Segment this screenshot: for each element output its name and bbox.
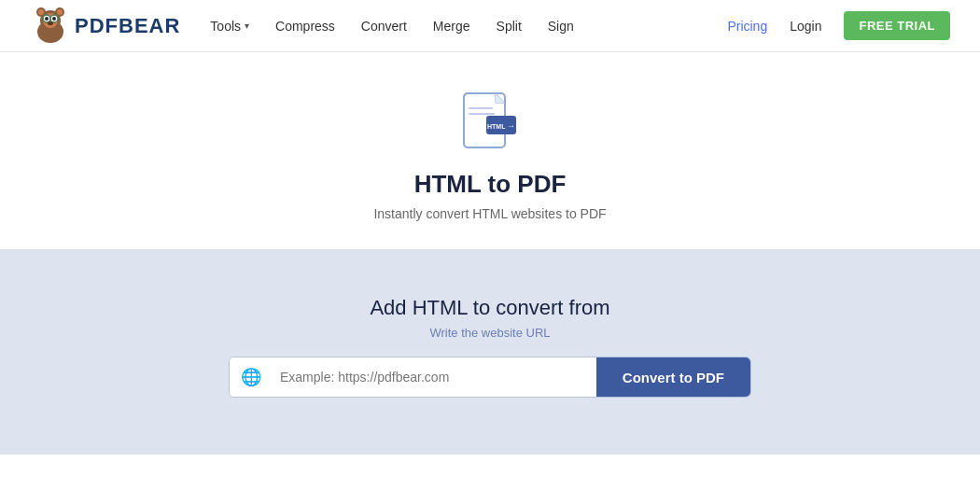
tools-dropdown-button[interactable]: Tools ▾ — [210, 19, 249, 34]
convert-button[interactable]: Convert to PDF — [596, 357, 750, 397]
svg-point-5 — [57, 9, 63, 15]
logo-icon — [30, 6, 71, 47]
navbar: PDFBEAR Tools ▾ Compress Convert Merge S… — [0, 0, 980, 52]
svg-point-10 — [45, 17, 49, 21]
nav-right: Pricing Login FREE TRIAL — [727, 11, 950, 40]
svg-point-12 — [48, 21, 53, 25]
svg-text:HTML: HTML — [487, 123, 506, 130]
pricing-link[interactable]: Pricing — [727, 19, 767, 34]
convert-subtitle: Write the website URL — [429, 326, 550, 340]
tools-label: Tools — [210, 19, 241, 34]
convert-title: Add HTML to convert from — [370, 296, 609, 320]
svg-point-11 — [52, 17, 56, 21]
compress-link[interactable]: Compress — [275, 19, 335, 34]
logo-link[interactable]: PDFBEAR — [30, 6, 180, 47]
convert-section: Add HTML to convert from Write the websi… — [0, 249, 980, 455]
url-input[interactable] — [273, 357, 596, 397]
page-title: HTML to PDF — [414, 170, 567, 199]
svg-point-4 — [38, 9, 44, 15]
logo-text: PDFBEAR — [75, 14, 180, 38]
url-input-row: 🌐 Convert to PDF — [229, 357, 751, 398]
login-link[interactable]: Login — [790, 19, 821, 34]
merge-link[interactable]: Merge — [433, 19, 470, 34]
sign-link[interactable]: Sign — [548, 19, 574, 34]
svg-text:→: → — [507, 121, 515, 131]
free-trial-button[interactable]: FREE TRIAL — [844, 11, 950, 40]
convert-link[interactable]: Convert — [361, 19, 407, 34]
chevron-down-icon: ▾ — [245, 21, 249, 31]
page-subtitle: Instantly convert HTML websites to PDF — [373, 206, 606, 221]
nav-links: Tools ▾ Compress Convert Merge Split Sig… — [210, 19, 727, 34]
split-link[interactable]: Split — [497, 19, 522, 34]
globe-icon: 🌐 — [241, 367, 261, 387]
hero-section: HTML → HTML to PDF Instantly convert HTM… — [0, 52, 980, 249]
html-file-icon: HTML → — [460, 90, 520, 157]
globe-icon-wrap: 🌐 — [230, 357, 273, 397]
